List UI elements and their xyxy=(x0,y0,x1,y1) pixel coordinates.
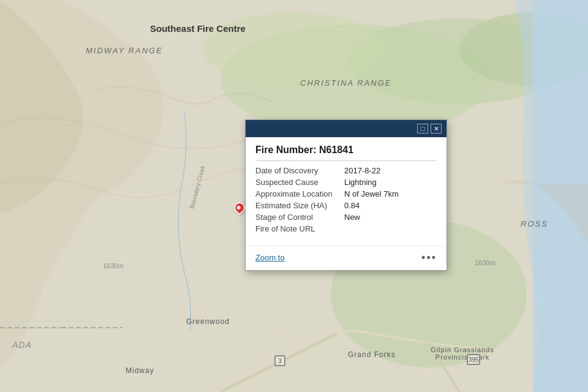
popup-titlebar: □ ✕ xyxy=(246,120,447,137)
approximate-location-value: N of Jewel 7km xyxy=(344,189,399,198)
stage-of-control-value: New xyxy=(344,213,360,222)
estimated-size-label: Estimated Size (HA) xyxy=(255,201,344,210)
zoom-to-link[interactable]: Zoom to xyxy=(255,253,285,262)
date-of-discovery-label: Date of Discovery xyxy=(255,166,344,175)
fire-info-popup: □ ✕ Fire Number: N61841 Date of Discover… xyxy=(245,119,447,271)
approximate-location-label: Approximate Location xyxy=(255,189,344,198)
svg-point-4 xyxy=(202,12,386,86)
fire-of-note-url-row: Fire of Note URL xyxy=(255,224,437,233)
minimize-button[interactable]: □ xyxy=(417,124,428,134)
close-button[interactable]: ✕ xyxy=(431,124,442,134)
popup-title: Fire Number: N61841 xyxy=(255,145,437,161)
suspected-cause-row: Suspected Cause Lightning xyxy=(255,178,437,187)
stage-of-control-row: Stage of Control New xyxy=(255,213,437,222)
suspected-cause-label: Suspected Cause xyxy=(255,178,344,187)
date-of-discovery-row: Date of Discovery 2017-8-22 xyxy=(255,166,437,175)
more-options-button[interactable]: ••• xyxy=(421,251,437,264)
fire-number-value: N61841 xyxy=(319,145,353,155)
estimated-size-value: 0.84 xyxy=(344,201,360,210)
stage-of-control-label: Stage of Control xyxy=(255,213,344,222)
suspected-cause-value: Lightning xyxy=(344,178,377,187)
approximate-location-row: Approximate Location N of Jewel 7km xyxy=(255,189,437,198)
popup-footer: Zoom to ••• xyxy=(246,246,447,270)
fire-of-note-url-label: Fire of Note URL xyxy=(255,224,344,233)
date-of-discovery-value: 2017-8-22 xyxy=(344,166,380,175)
fire-number-label: Fire Number: xyxy=(255,145,319,155)
estimated-size-row: Estimated Size (HA) 0.84 xyxy=(255,201,437,210)
popup-body: Fire Number: N61841 Date of Discovery 20… xyxy=(246,137,447,242)
